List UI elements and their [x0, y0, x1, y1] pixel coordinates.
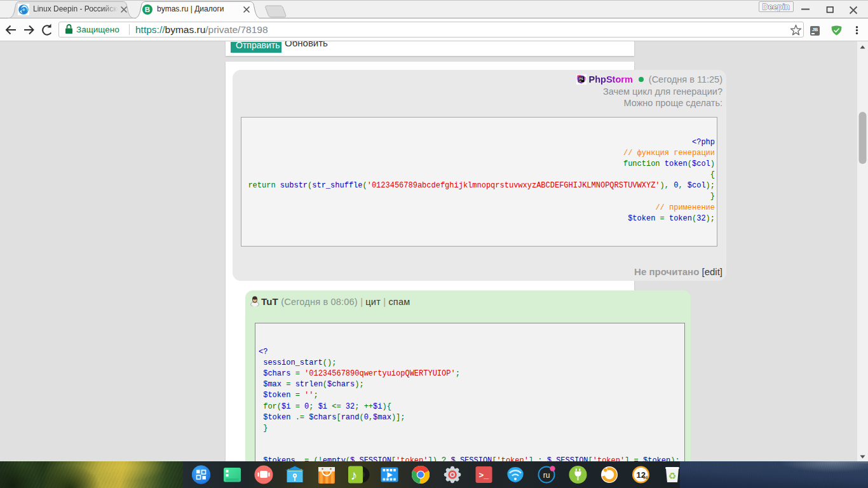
svg-text:♻: ♻	[668, 471, 677, 481]
svg-text:>_: >_	[479, 471, 489, 480]
svg-text:♪: ♪	[351, 468, 358, 482]
svg-text:Deepin: Deepin	[763, 3, 790, 11]
svg-text:ru: ru	[543, 471, 550, 480]
svg-text:PS: PS	[579, 78, 583, 81]
svg-text:54: 54	[643, 475, 648, 480]
svg-text:B: B	[145, 6, 150, 13]
